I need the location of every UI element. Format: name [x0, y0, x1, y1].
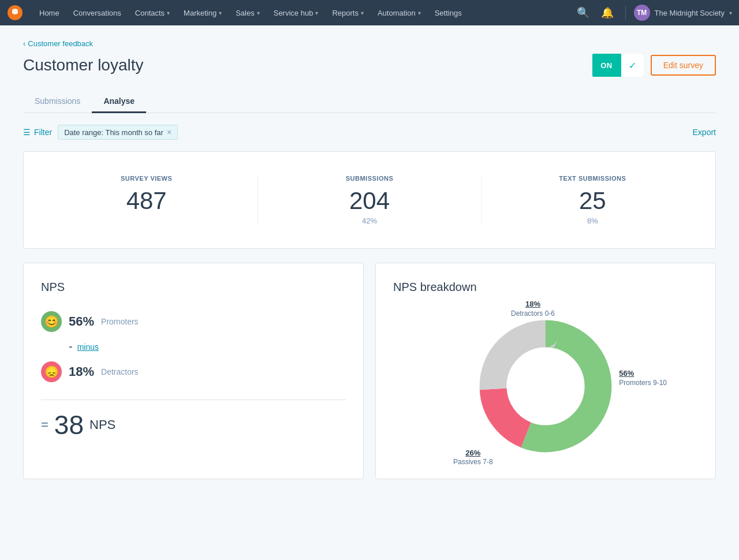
- detractors-pct: 18%: [69, 364, 94, 379]
- avatar: TM: [634, 5, 650, 21]
- filter-label: Filter: [34, 128, 52, 137]
- page-content: ‹ Customer feedback Customer loyalty ON …: [0, 25, 739, 493]
- page-title: Customer loyalty: [23, 56, 144, 74]
- stat-label-views: SURVEY VIEWS: [47, 175, 246, 182]
- stat-value-submissions: 204: [270, 189, 469, 213]
- edit-survey-button[interactable]: Edit survey: [651, 55, 716, 76]
- promoters-row: 😊 56% Promoters: [41, 311, 346, 332]
- stat-label-text: TEXT SUBMISSIONS: [493, 175, 692, 182]
- minus-label[interactable]: minus: [77, 342, 99, 352]
- promoters-label-right: 56% Promoters 9-10: [619, 369, 667, 387]
- detractors-row: 😞 18% Detractors: [41, 361, 346, 382]
- header-actions: ON ✓ Edit survey: [592, 54, 716, 77]
- chevron-down-icon: ▾: [418, 10, 421, 16]
- filter-left: ☰ Filter Date range: This month so far ×: [23, 125, 178, 140]
- passives-pct-label: 26%: [453, 449, 493, 458]
- user-name: The Midnight Society: [655, 9, 725, 17]
- chevron-down-icon: ▾: [361, 10, 364, 16]
- bottom-panels: NPS 😊 56% Promoters - minus 😞 18% Detrac…: [23, 263, 716, 479]
- sad-face-icon: 😞: [41, 361, 62, 382]
- nav-contacts[interactable]: Contacts▾: [128, 0, 177, 25]
- nav-service-hub[interactable]: Service hub▾: [267, 0, 326, 25]
- search-icon[interactable]: 🔍: [573, 4, 593, 21]
- happy-face-icon: 😊: [41, 311, 62, 332]
- svg-point-4: [508, 349, 583, 424]
- tabs: Submissions Analyse: [23, 91, 716, 113]
- chevron-down-icon: ▾: [315, 10, 318, 16]
- nps-total: = 38 NPS: [41, 409, 346, 440]
- donut-chart-container: 18% Detractors 0-6 56% Promoters 9-10 26…: [393, 311, 698, 461]
- nav-menu: Home Conversations Contacts▾ Marketing▾ …: [32, 0, 573, 25]
- nps-score: 38: [54, 409, 84, 440]
- detractors-pct-label: 18%: [511, 300, 555, 309]
- tab-analyse[interactable]: Analyse: [92, 91, 146, 113]
- nps-panel: NPS 😊 56% Promoters - minus 😞 18% Detrac…: [23, 263, 364, 479]
- filter-icon: ☰: [23, 128, 31, 137]
- equals-sign: =: [41, 417, 48, 432]
- stat-pct-text: 8%: [493, 216, 692, 225]
- top-navigation: Home Conversations Contacts▾ Marketing▾ …: [0, 0, 739, 25]
- stat-survey-views: SURVEY VIEWS 487: [35, 175, 257, 216]
- nps-divider: [41, 400, 346, 400]
- donut-chart: 18% Detractors 0-6 56% Promoters 9-10 26…: [471, 311, 621, 461]
- detractors-label-top: 18% Detractors 0-6: [511, 300, 555, 318]
- detractors-label: Detractors: [101, 367, 139, 376]
- nps-title: NPS: [41, 281, 346, 294]
- minus-sign: -: [69, 340, 73, 353]
- page-header: Customer loyalty ON ✓ Edit survey: [23, 54, 716, 77]
- nps-breakdown-panel: NPS breakdown 18% Detractors 0-6 56% Pro…: [375, 263, 716, 479]
- stat-pct-submissions: 42%: [270, 216, 469, 225]
- filter-chip: Date range: This month so far ×: [58, 125, 178, 140]
- filter-bar: ☰ Filter Date range: This month so far ×…: [23, 125, 716, 140]
- detractors-desc: Detractors 0-6: [511, 309, 555, 319]
- nav-automation[interactable]: Automation▾: [371, 0, 428, 25]
- nav-settings[interactable]: Settings: [428, 0, 469, 25]
- toggle-button[interactable]: ON ✓: [592, 54, 644, 77]
- stat-text-submissions: TEXT SUBMISSIONS 25 8%: [482, 175, 704, 225]
- chevron-down-icon: ▾: [729, 10, 732, 16]
- export-button[interactable]: Export: [693, 128, 716, 137]
- user-menu[interactable]: TM The Midnight Society ▾: [634, 5, 732, 21]
- tab-submissions[interactable]: Submissions: [23, 91, 92, 113]
- chevron-down-icon: ▾: [219, 10, 222, 16]
- nav-conversations[interactable]: Conversations: [66, 0, 128, 25]
- nps-metrics: 😊 56% Promoters - minus 😞 18% Detractors: [41, 311, 346, 382]
- nav-sales[interactable]: Sales▾: [229, 0, 267, 25]
- toggle-on-label: ON: [592, 54, 621, 77]
- chip-label: Date range: This month so far: [64, 128, 163, 137]
- breadcrumb-arrow: ‹: [23, 39, 25, 48]
- stat-value-text: 25: [493, 189, 692, 213]
- minus-row: - minus: [41, 340, 346, 353]
- logo[interactable]: [7, 5, 23, 21]
- nav-divider: [625, 6, 626, 20]
- breadcrumb[interactable]: ‹ Customer feedback: [23, 39, 716, 48]
- toggle-check-icon: ✓: [621, 54, 644, 77]
- promoters-desc: Promoters 9-10: [619, 379, 667, 388]
- nav-marketing[interactable]: Marketing▾: [177, 0, 229, 25]
- nav-reports[interactable]: Reports▾: [325, 0, 371, 25]
- filter-button[interactable]: ☰ Filter: [23, 128, 52, 137]
- promoters-pct-label: 56%: [619, 369, 667, 379]
- nps-score-label: NPS: [89, 417, 115, 432]
- notification-icon[interactable]: 🔔: [598, 4, 617, 21]
- stats-card: SURVEY VIEWS 487 SUBMISSIONS 204 42% TEX…: [23, 151, 716, 249]
- donut-svg: [471, 311, 621, 461]
- stat-submissions: SUBMISSIONS 204 42%: [258, 175, 480, 225]
- chevron-down-icon: ▾: [257, 10, 260, 16]
- stat-value-views: 487: [47, 189, 246, 213]
- promoters-pct: 56%: [69, 314, 94, 329]
- chevron-down-icon: ▾: [167, 10, 170, 16]
- breadcrumb-text: Customer feedback: [28, 39, 93, 48]
- breakdown-title: NPS breakdown: [393, 281, 698, 294]
- nav-home[interactable]: Home: [32, 0, 66, 25]
- stat-label-submissions: SUBMISSIONS: [270, 175, 469, 182]
- promoters-label: Promoters: [101, 317, 139, 326]
- nav-right-section: 🔍 🔔 TM The Midnight Society ▾: [573, 4, 732, 21]
- chip-close-icon[interactable]: ×: [167, 128, 171, 137]
- passives-label: 26% Passives 7-8: [453, 449, 493, 467]
- passives-desc: Passives 7-8: [453, 458, 493, 467]
